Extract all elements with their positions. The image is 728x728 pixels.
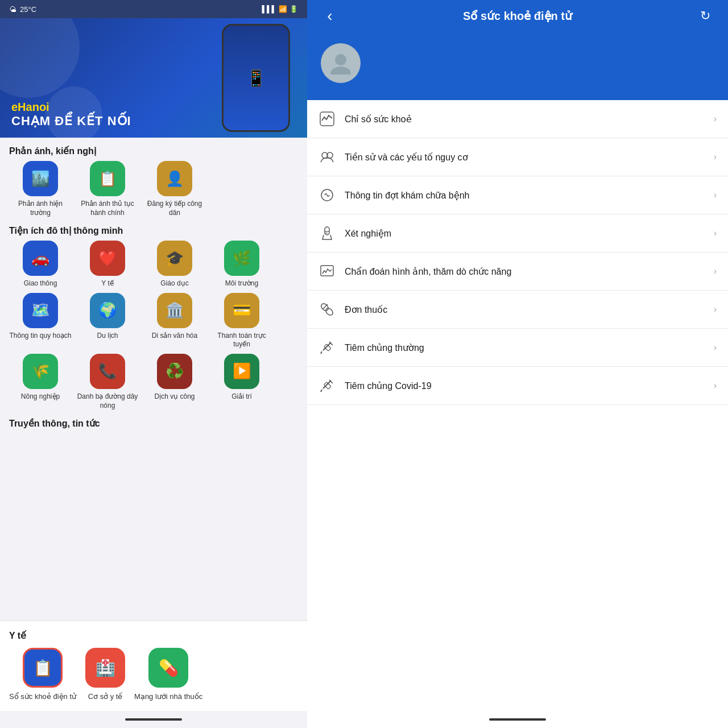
co-so-y-te-icon: 🏥 xyxy=(85,648,125,688)
tien-su-icon xyxy=(318,148,336,166)
refresh-icon: ↻ xyxy=(700,9,710,23)
list-item[interactable]: 📋 Phản ánh thủ tục hành chính xyxy=(76,161,139,217)
hero-banner: eHanoi CHẠM ĐỂ KẾT NỐI 📱 xyxy=(0,18,307,138)
giao-thong-label: Giao thông xyxy=(24,279,57,288)
right-header: ‹ Sổ sức khoẻ điện tử ↻ xyxy=(307,0,728,32)
giai-tri-icon: ▶️ xyxy=(224,354,259,389)
giao-thong-icon: 🚗 xyxy=(23,241,58,276)
wifi-icon: 📶 xyxy=(279,5,287,13)
hero-phone-inner: 📱 xyxy=(224,26,288,130)
dot-kham-label: Thông tin đợt khám chữa bệnh xyxy=(345,190,705,201)
xet-nghiem-label: Xét nghiệm xyxy=(345,228,705,239)
tiem-chung-covid-label: Tiêm chủng Covid-19 xyxy=(345,380,705,391)
profile-area xyxy=(307,32,728,100)
battery-icon: 🔋 xyxy=(289,5,298,13)
list-item[interactable]: 🗺️ Thông tin quy hoạch xyxy=(9,293,72,349)
di-san-label: Di sản văn hóa xyxy=(152,332,197,341)
status-bar: 🌤 25°C ▌▌▌ 📶 🔋 xyxy=(0,0,307,18)
list-item[interactable]: 🏙️ Phản ánh hiện trường xyxy=(9,161,72,217)
list-item[interactable]: 🚗 Giao thông xyxy=(9,241,72,288)
dich-vu-cong-icon: ♻️ xyxy=(157,354,192,389)
dich-vu-cong-label: Dịch vụ công xyxy=(154,392,195,402)
quy-hoach-label: Thông tin quy hoạch xyxy=(9,332,71,341)
svg-rect-20 xyxy=(324,382,331,390)
list-item[interactable]: ▶️ Giải trí xyxy=(210,354,273,410)
menu-item-tiem-chung-covid[interactable]: Tiêm chủng Covid-19 › xyxy=(307,367,728,405)
nha-thuoc-icon: 💊 xyxy=(148,648,188,688)
scroll-content[interactable]: Phản ánh, kiến nghị 🏙️ Phản ánh hiện trư… xyxy=(0,138,307,621)
menu-item-xet-nghiem[interactable]: Xét nghiệm › xyxy=(307,214,728,253)
thanh-toan-label: Thanh toán trực tuyến xyxy=(210,332,273,349)
hero-phone-screen: 📱 xyxy=(246,69,266,88)
menu-item-tiem-chung-thuong[interactable]: Tiêm chủng thường › xyxy=(307,329,728,367)
right-panel: ‹ Sổ sức khoẻ điện tử ↻ Chỉ số sức khoẻ … xyxy=(307,0,728,728)
y-te-label: Y tế xyxy=(101,279,113,288)
weather-icon: 🌤 xyxy=(9,5,16,14)
home-indicator-left xyxy=(0,711,307,728)
deco-circle-1 xyxy=(0,18,80,98)
don-thuoc-label: Đơn thuốc xyxy=(345,304,705,315)
menu-item-don-thuoc[interactable]: Đơn thuốc › xyxy=(307,291,728,329)
home-bar-right xyxy=(489,718,546,721)
section-title-phan-anh: Phản ánh, kiến nghị xyxy=(0,138,307,161)
co-so-y-te-label: Cơ sở y tế xyxy=(88,692,123,702)
back-button[interactable]: ‹ xyxy=(318,7,341,25)
bottom-section-title: Y tế xyxy=(9,630,298,641)
chevron-right-icon-2: › xyxy=(714,152,717,162)
phan-anh-hanh-chinh-icon: 📋 xyxy=(90,161,125,196)
chevron-right-icon-5: › xyxy=(714,266,717,276)
moi-truong-icon: 🌿 xyxy=(224,241,259,276)
don-thuoc-icon xyxy=(318,301,336,318)
list-item[interactable]: ❤️ Y tế xyxy=(76,241,139,288)
menu-list: Chỉ số sức khoẻ › Tiền sử và các yếu tố … xyxy=(307,100,728,711)
danh-ba-label: Danh bạ đường dây nóng xyxy=(76,392,139,410)
svg-rect-16 xyxy=(324,344,331,351)
tien-ich-grid: 🚗 Giao thông ❤️ Y tế 🎓 Giáo dục 🌿 Môi tr… xyxy=(0,241,307,410)
nong-nghiep-icon: 🌾 xyxy=(23,354,58,389)
chevron-right-icon-7: › xyxy=(714,342,717,353)
danh-ba-icon: 📞 xyxy=(90,354,125,389)
hero-tagline: CHẠM ĐỂ KẾT NỐI xyxy=(11,114,131,129)
list-item[interactable]: 💳 Thanh toán trực tuyến xyxy=(210,293,273,349)
so-suc-khoe-dien-tu-icon: 📋 xyxy=(23,648,63,688)
list-item[interactable]: 🌿 Môi trường xyxy=(210,241,273,288)
so-suc-khoe-item[interactable]: 📋 Sổ sức khoẻ điện tử xyxy=(9,648,76,702)
back-icon: ‹ xyxy=(327,7,332,25)
chi-so-suc-khoe-label: Chỉ số sức khoẻ xyxy=(345,114,705,125)
du-lich-icon: 🌍 xyxy=(90,293,125,328)
avatar xyxy=(321,43,361,83)
di-san-icon: 🏛️ xyxy=(157,293,192,328)
phan-anh-grid: 🏙️ Phản ánh hiện trường 📋 Phản ánh thủ t… xyxy=(0,161,307,217)
menu-item-chi-so-suc-khoe[interactable]: Chỉ số sức khoẻ › xyxy=(307,100,728,138)
svg-point-12 xyxy=(325,307,334,317)
so-suc-khoe-label: Sổ sức khoẻ điện tử xyxy=(9,692,76,702)
home-indicator-right xyxy=(307,711,728,728)
co-so-y-te-item[interactable]: 🏥 Cơ sở y tế xyxy=(85,648,125,702)
nong-nghiep-label: Nông nghiệp xyxy=(21,392,60,402)
list-item[interactable]: 👤 Đăng ký tiếp công dân xyxy=(143,161,206,217)
menu-item-thong-tin-dot-kham[interactable]: Thông tin đợt khám chữa bệnh › xyxy=(307,176,728,214)
thanh-toan-icon: 💳 xyxy=(224,293,259,328)
list-item[interactable]: 🌍 Du lịch xyxy=(76,293,139,349)
list-item[interactable]: 🏛️ Di sản văn hóa xyxy=(143,293,206,349)
list-item[interactable]: 📞 Danh bạ đường dây nóng xyxy=(76,354,139,410)
svg-rect-6 xyxy=(325,227,329,235)
moi-truong-label: Môi trường xyxy=(225,279,258,288)
list-item[interactable]: ♻️ Dịch vụ công xyxy=(143,354,206,410)
giao-duc-label: Giáo dục xyxy=(160,279,188,288)
menu-item-chan-doan[interactable]: Chẩn đoán hình ảnh, thăm dò chức năng › xyxy=(307,253,728,291)
chevron-right-icon-3: › xyxy=(714,190,717,200)
list-item[interactable]: 🎓 Giáo dục xyxy=(143,241,206,288)
list-item[interactable]: 🌾 Nông nghiệp xyxy=(9,354,72,410)
dang-ky-tiep-icon: 👤 xyxy=(157,161,192,196)
phan-anh-hien-truong-label: Phản ánh hiện trường xyxy=(9,200,72,217)
tien-su-label: Tiền sử và các yếu tố nguy cơ xyxy=(345,152,705,163)
svg-line-19 xyxy=(321,390,322,392)
du-lich-label: Du lịch xyxy=(97,332,118,341)
phan-anh-hien-truong-icon: 🏙️ xyxy=(23,161,58,196)
y-te-icon: ❤️ xyxy=(90,241,125,276)
chevron-right-icon-6: › xyxy=(714,304,717,315)
menu-item-tien-su[interactable]: Tiền sử và các yếu tố nguy cơ › xyxy=(307,138,728,176)
refresh-button[interactable]: ↻ xyxy=(694,9,717,23)
nha-thuoc-item[interactable]: 💊 Mạng lưới nhà thuốc xyxy=(134,648,202,702)
